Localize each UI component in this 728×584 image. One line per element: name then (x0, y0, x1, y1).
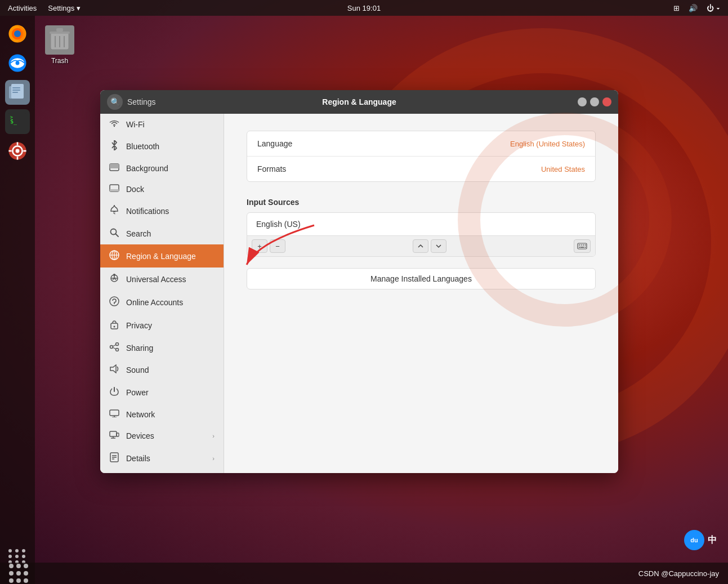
app-grid-button[interactable] (5, 549, 30, 564)
clock-label: Sun 19:01 (347, 4, 381, 12)
maximize-button[interactable] (590, 97, 599, 106)
topbar: Activities Settings ▾ Sun 19:01 ⊞ 🔊 ⏻ ▾ (0, 0, 728, 16)
csdn-logo: du (684, 530, 704, 550)
svg-text:>: > (10, 115, 13, 120)
app-grid-bottom[interactable] (9, 564, 28, 583)
svg-rect-73 (585, 247, 586, 248)
svg-line-35 (115, 234, 118, 237)
svg-rect-58 (110, 431, 117, 436)
desktop: Activities Settings ▾ Sun 19:01 ⊞ 🔊 ⏻ ▾ (0, 0, 728, 584)
sidebar-item-search[interactable]: Search (100, 222, 224, 244)
settings-sidebar: Wi-Fi Bluetooth Background (100, 114, 224, 473)
dock: $_ > (0, 16, 35, 584)
remove-input-source-button[interactable]: − (270, 239, 285, 253)
language-row[interactable]: Language English (United States) (247, 131, 595, 156)
settings-menu-arrow: ▾ (77, 4, 81, 12)
svg-point-2 (14, 30, 21, 37)
background-icon (109, 163, 119, 173)
svg-rect-72 (580, 247, 584, 248)
sidebar-item-label-devices: Devices (126, 431, 206, 440)
network-indicator[interactable]: ⊞ (671, 4, 682, 12)
sidebar-item-label-power: Power (126, 388, 215, 397)
sidebar-item-label-region: Region & Language (126, 252, 215, 261)
language-formats-card: Language English (United States) Formats… (247, 131, 596, 182)
keyboard-layout-button[interactable] (574, 239, 591, 253)
svg-rect-55 (110, 410, 119, 416)
svg-rect-8 (12, 87, 20, 88)
dock-item-thunderbird[interactable] (5, 51, 30, 75)
minimize-button[interactable] (578, 97, 587, 106)
sharing-icon (109, 342, 119, 353)
sidebar-item-wifi[interactable]: Wi-Fi (100, 114, 224, 135)
sidebar-item-devices[interactable]: Devices › (100, 425, 224, 447)
sidebar-item-universal-access[interactable]: Universal Access (100, 268, 224, 291)
svg-rect-29 (110, 164, 119, 168)
svg-marker-54 (110, 365, 116, 373)
sidebar-item-details[interactable]: Details › (100, 447, 224, 470)
sidebar-item-power[interactable]: Power (100, 381, 224, 404)
svg-rect-22 (50, 32, 70, 34)
input-sources-title: Input Sources (247, 198, 596, 207)
dot (16, 571, 21, 576)
settings-menu[interactable]: Settings ▾ (46, 4, 83, 12)
wifi-icon (109, 119, 119, 129)
dot (16, 578, 21, 583)
move-up-button[interactable] (413, 239, 428, 253)
sidebar-item-background[interactable]: Background (100, 158, 224, 179)
csdn-badge[interactable]: du 中 (684, 530, 717, 550)
sidebar-item-sharing[interactable]: Sharing (100, 337, 224, 359)
move-down-button[interactable] (431, 239, 446, 253)
svg-point-5 (16, 61, 20, 65)
dock-icon-si (109, 184, 119, 194)
details-icon (109, 452, 119, 464)
activities-button[interactable]: Activities (6, 4, 39, 12)
bottombar: CSDN @Cappuccino-jay (0, 563, 728, 584)
sidebar-item-label-background: Background (126, 164, 215, 173)
sidebar-item-dock[interactable]: Dock (100, 179, 224, 199)
svg-line-33 (114, 213, 115, 214)
svg-rect-9 (12, 90, 20, 91)
dock-item-files[interactable] (5, 80, 30, 105)
svg-point-46 (110, 297, 119, 306)
privacy-icon (109, 319, 119, 331)
power-indicator[interactable]: ⏻ ▾ (704, 4, 722, 12)
formats-label: Formats (257, 164, 286, 173)
manage-installed-languages-button[interactable]: Manage Installed Languages (247, 268, 596, 289)
universal-access-icon (109, 273, 119, 285)
sound-icon-si (109, 364, 119, 375)
topbar-left: Activities Settings ▾ (6, 4, 83, 12)
sidebar-item-sound[interactable]: Sound (100, 359, 224, 381)
dock-item-system-tools[interactable] (5, 139, 30, 163)
svg-point-48 (114, 326, 115, 328)
language-label: Language (257, 139, 292, 148)
sidebar-item-online-accounts[interactable]: Online Accounts (100, 291, 224, 314)
sidebar-item-privacy[interactable]: Privacy (100, 314, 224, 337)
svg-point-49 (116, 343, 119, 346)
sound-indicator[interactable]: 🔊 (686, 4, 700, 12)
dot (9, 564, 14, 568)
svg-point-27 (114, 126, 115, 127)
sidebar-item-label-universal-access: Universal Access (126, 275, 215, 284)
sidebar-item-region[interactable]: Region & Language (100, 244, 224, 268)
formats-row[interactable]: Formats United States (247, 156, 595, 181)
dock-item-firefox[interactable] (5, 21, 30, 46)
trash-icon-image (45, 25, 74, 55)
add-input-source-button[interactable]: + (252, 239, 267, 253)
dock-item-terminal[interactable]: $_ > (5, 109, 30, 134)
sidebar-item-notifications[interactable]: Notifications (100, 199, 224, 222)
titlebar-search-icon[interactable]: 🔍 (107, 94, 123, 110)
sidebar-item-label-online-accounts: Online Accounts (126, 298, 215, 307)
csdn-zh-text: 中 (708, 534, 717, 546)
close-button[interactable]: ✕ (602, 97, 611, 106)
svg-rect-66 (578, 243, 587, 249)
input-source-item: English (US) (247, 213, 595, 235)
sidebar-item-bluetooth[interactable]: Bluetooth (100, 135, 224, 158)
titlebar-page-name: Region & Language (322, 97, 396, 106)
sidebar-item-label-network: Network (126, 410, 215, 419)
notifications-icon (109, 205, 119, 217)
svg-rect-68 (581, 244, 582, 246)
sidebar-item-network[interactable]: Network (100, 404, 224, 425)
dot (24, 571, 28, 576)
power-icon-si (109, 386, 119, 398)
trash-desktop-icon[interactable]: Trash (45, 25, 74, 65)
